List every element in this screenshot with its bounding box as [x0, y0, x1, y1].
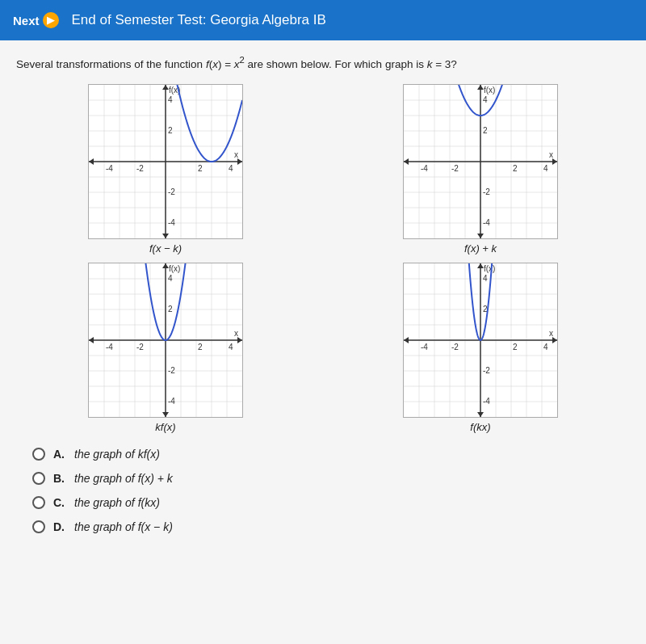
letter-c: C. — [53, 496, 66, 509]
letter-b: B. — [53, 472, 66, 485]
answer-choices: A. the graph of kf(x) B. the graph of f(… — [16, 448, 630, 533]
graph-fkx — [403, 263, 558, 418]
letter-d: D. — [53, 520, 66, 533]
text-d: the graph of f(x − k) — [74, 520, 173, 533]
radio-d[interactable] — [32, 520, 45, 533]
page-title: End of Semester Test: Georgia Algebra IB — [72, 12, 326, 28]
graphs-container: f(x − k) f(x) + k kf(x) f(kx) — [16, 84, 630, 433]
answer-choice-b[interactable]: B. the graph of f(x) + k — [32, 472, 630, 485]
text-a: the graph of kf(x) — [74, 448, 160, 461]
graph-label-3: kf(x) — [155, 421, 175, 433]
graph-wrapper-3: kf(x) — [88, 263, 243, 433]
answer-choice-d[interactable]: D. the graph of f(x − k) — [32, 520, 630, 533]
next-label: Next — [13, 14, 40, 27]
text-c: the graph of f(kx) — [74, 496, 160, 509]
graph-wrapper-1: f(x − k) — [88, 84, 243, 255]
graph-label-2: f(x) + k — [464, 242, 497, 255]
question-text: Several transformations of the function … — [16, 53, 630, 73]
radio-b[interactable] — [32, 472, 45, 485]
text-b: the graph of f(x) + k — [74, 472, 173, 485]
radio-a[interactable] — [32, 448, 45, 461]
top-bar: Next ▶ End of Semester Test: Georgia Alg… — [0, 0, 646, 40]
graph-kfx — [88, 263, 243, 418]
next-button[interactable]: Next ▶ — [13, 12, 59, 28]
graph-label-1: f(x − k) — [149, 242, 182, 255]
main-content: Several transformations of the function … — [0, 40, 646, 644]
answer-choice-c[interactable]: C. the graph of f(kx) — [32, 496, 630, 509]
graph-fx-k — [88, 84, 243, 239]
next-icon: ▶ — [43, 12, 59, 28]
graph-fxpk — [403, 84, 558, 239]
graph-wrapper-2: f(x) + k — [403, 84, 558, 255]
graph-label-4: f(kx) — [470, 421, 490, 433]
graph-wrapper-4: f(kx) — [403, 263, 558, 433]
answer-choice-a[interactable]: A. the graph of kf(x) — [32, 448, 630, 461]
radio-c[interactable] — [32, 496, 45, 509]
letter-a: A. — [53, 448, 66, 461]
